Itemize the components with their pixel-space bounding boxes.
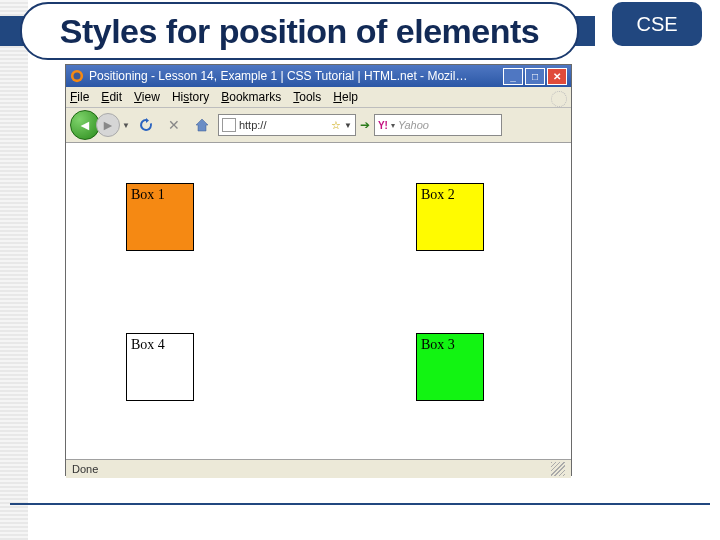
slide-title: Styles for position of elements — [60, 12, 539, 51]
url-text: http:// — [239, 119, 328, 131]
navigation-toolbar: ◄ ► ▼ ✕ http:// ☆ ▼ ➔ Y! ▾ Yahoo — [66, 108, 571, 143]
firefox-icon — [70, 69, 84, 83]
stop-button[interactable]: ✕ — [165, 116, 183, 134]
home-button[interactable] — [193, 116, 211, 134]
search-placeholder: Yahoo — [398, 119, 498, 131]
page-viewport: Box 1 Box 2 Box 4 Box 3 — [66, 143, 571, 459]
footer-rule — [10, 503, 710, 505]
status-bar: Done — [66, 459, 571, 478]
status-text: Done — [72, 463, 98, 475]
yahoo-icon[interactable]: Y! — [378, 120, 388, 131]
maximize-button[interactable]: □ — [525, 68, 545, 85]
browser-window: Positioning - Lesson 14, Example 1 | CSS… — [65, 64, 572, 476]
minimize-button[interactable]: _ — [503, 68, 523, 85]
reload-button[interactable] — [137, 116, 155, 134]
bookmark-star-icon[interactable]: ☆ — [331, 119, 341, 132]
box-4: Box 4 — [126, 333, 194, 401]
url-dropdown-icon[interactable]: ▼ — [344, 121, 352, 130]
close-button[interactable]: ✕ — [547, 68, 567, 85]
decorative-stripe — [0, 0, 28, 540]
back-forward-cluster: ◄ ► ▼ — [70, 110, 130, 140]
box-4-label: Box 4 — [131, 337, 165, 352]
menu-bar: File Edit View History Bookmarks Tools H… — [66, 87, 571, 108]
window-title-text: Positioning - Lesson 14, Example 1 | CSS… — [89, 69, 503, 83]
search-dropdown-icon[interactable]: ▾ — [391, 121, 395, 130]
menu-edit[interactable]: Edit — [101, 90, 122, 104]
menu-help[interactable]: Help — [333, 90, 358, 104]
box-2-label: Box 2 — [421, 187, 455, 202]
svg-point-1 — [74, 73, 81, 80]
arrow-right-icon: ► — [101, 117, 115, 133]
activity-throbber-icon — [551, 91, 567, 107]
slide-title-banner: Styles for position of elements — [20, 2, 579, 60]
menu-view[interactable]: View — [134, 90, 160, 104]
menu-file[interactable]: File — [70, 90, 89, 104]
resize-grip-icon[interactable] — [551, 462, 565, 476]
window-titlebar[interactable]: Positioning - Lesson 14, Example 1 | CSS… — [66, 65, 571, 87]
box-3: Box 3 — [416, 333, 484, 401]
search-bar[interactable]: Y! ▾ Yahoo — [374, 114, 502, 136]
course-badge: CSE — [612, 2, 702, 46]
window-buttons: _ □ ✕ — [503, 68, 567, 85]
box-1-label: Box 1 — [131, 187, 165, 202]
menu-tools[interactable]: Tools — [293, 90, 321, 104]
history-dropdown-icon[interactable]: ▼ — [122, 121, 130, 130]
arrow-left-icon: ◄ — [78, 117, 92, 133]
box-2: Box 2 — [416, 183, 484, 251]
menu-bookmarks[interactable]: Bookmarks — [221, 90, 281, 104]
forward-button[interactable]: ► — [96, 113, 120, 137]
menu-history[interactable]: History — [172, 90, 209, 104]
address-bar[interactable]: http:// ☆ ▼ — [218, 114, 356, 136]
course-badge-text: CSE — [636, 13, 677, 36]
page-icon — [222, 118, 236, 132]
go-button-icon[interactable]: ➔ — [360, 118, 370, 132]
box-1: Box 1 — [126, 183, 194, 251]
box-3-label: Box 3 — [421, 337, 455, 352]
